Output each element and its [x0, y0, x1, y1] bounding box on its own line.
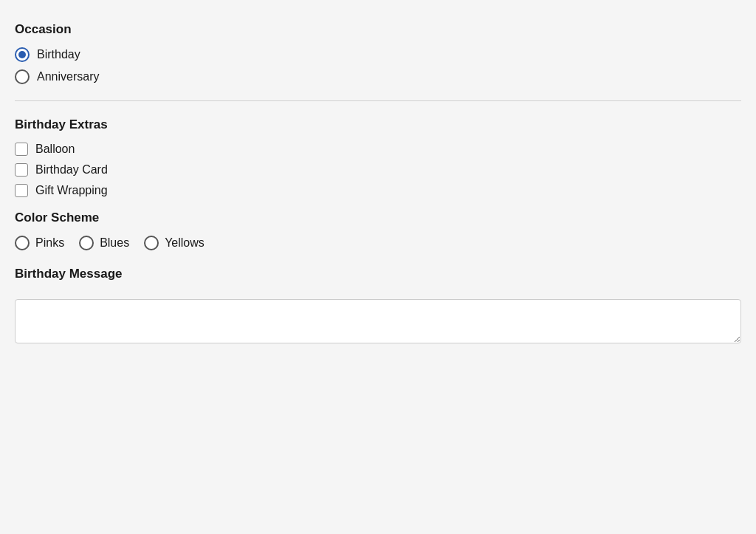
occasion-radio-group: Birthday Anniversary: [15, 47, 741, 84]
color-pinks-label: Pinks: [35, 236, 64, 250]
checkbox-gift-wrapping[interactable]: [15, 184, 28, 197]
occasion-anniversary-label: Anniversary: [37, 70, 99, 83]
birthday-extras-title: Birthday Extras: [15, 117, 741, 132]
birthday-message-title: Birthday Message: [15, 267, 741, 281]
occasion-title: Occasion: [15, 22, 741, 37]
radio-anniversary[interactable]: [15, 69, 30, 84]
occasion-birthday-label: Birthday: [37, 48, 80, 61]
color-blues-label: Blues: [100, 236, 129, 250]
extras-option-balloon[interactable]: Balloon: [15, 143, 741, 156]
radio-blues[interactable]: [79, 236, 94, 250]
extras-balloon-label: Balloon: [35, 143, 75, 156]
divider: [15, 100, 741, 101]
checkbox-birthday-card[interactable]: [15, 163, 28, 177]
extras-gift-wrapping-label: Gift Wrapping: [35, 184, 108, 197]
color-scheme-title: Color Scheme: [15, 210, 741, 225]
color-scheme-radio-group: Pinks Blues Yellows: [15, 236, 741, 250]
color-option-yellows[interactable]: Yellows: [144, 236, 205, 250]
extras-checkbox-group: Balloon Birthday Card Gift Wrapping: [15, 143, 741, 197]
occasion-section: Occasion Birthday Anniversary: [15, 22, 741, 84]
extras-birthday-card-label: Birthday Card: [35, 163, 108, 177]
radio-birthday[interactable]: [15, 47, 30, 62]
occasion-option-anniversary[interactable]: Anniversary: [15, 69, 741, 84]
birthday-extras-section: Birthday Extras Balloon Birthday Card Gi…: [15, 117, 741, 197]
extras-option-birthday-card[interactable]: Birthday Card: [15, 163, 741, 177]
color-yellows-label: Yellows: [165, 236, 205, 250]
color-option-blues[interactable]: Blues: [79, 236, 129, 250]
color-option-pinks[interactable]: Pinks: [15, 236, 64, 250]
birthday-message-input[interactable]: [15, 299, 741, 343]
extras-option-gift-wrapping[interactable]: Gift Wrapping: [15, 184, 741, 197]
radio-yellows[interactable]: [144, 236, 159, 250]
birthday-message-section: Birthday Message: [15, 267, 741, 346]
radio-birthday-inner: [18, 51, 26, 58]
checkbox-balloon[interactable]: [15, 143, 28, 156]
radio-pinks[interactable]: [15, 236, 30, 250]
occasion-option-birthday[interactable]: Birthday: [15, 47, 741, 62]
color-scheme-section: Color Scheme Pinks Blues Yellows: [15, 210, 741, 250]
